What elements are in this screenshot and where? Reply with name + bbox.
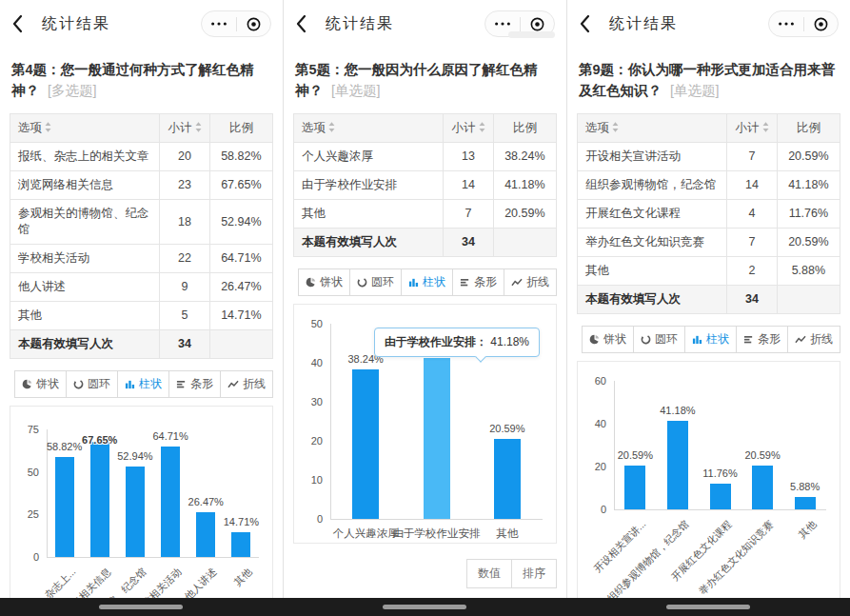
- count-cell: 9: [160, 272, 209, 301]
- bar-value-label: 14.71%: [201, 516, 273, 527]
- y-axis-tick: 0: [12, 551, 39, 563]
- pie-chart-icon: [306, 277, 316, 288]
- chart-tab-bar[interactable]: 条形: [736, 326, 788, 353]
- bar[interactable]: [55, 457, 74, 557]
- pie-chart-icon: [589, 334, 600, 345]
- bar-chart: 由于学校作业安排： 41.18% 0102030405038.24%个人兴趣浓厚…: [293, 304, 557, 544]
- chart-tab-ring[interactable]: 圆环: [66, 370, 118, 398]
- bar[interactable]: [624, 466, 645, 509]
- line-chart-icon: [511, 277, 523, 288]
- chart-tab-pie[interactable]: 饼状: [582, 326, 634, 353]
- chart-tab-line[interactable]: 折线: [787, 326, 840, 353]
- bar[interactable]: [494, 439, 521, 519]
- chart-tab-line[interactable]: 折线: [504, 268, 557, 296]
- question-number: 第9题：: [579, 62, 628, 77]
- question-type-tag: [多选题]: [48, 83, 97, 98]
- more-menu-icon[interactable]: [202, 11, 236, 36]
- back-icon[interactable]: [579, 13, 600, 34]
- header-ratio: 比例: [209, 113, 272, 142]
- sort-button[interactable]: 排序: [511, 559, 557, 588]
- option-cell: 浏览网络相关信息: [10, 170, 160, 199]
- bar[interactable]: [710, 484, 731, 508]
- header-option[interactable]: 选项: [578, 113, 727, 142]
- column-chart-icon: [692, 334, 702, 345]
- back-icon[interactable]: [11, 13, 32, 34]
- bar-value-label: 41.18%: [638, 405, 718, 416]
- sort-icon: [612, 122, 619, 135]
- y-axis-tick: 0: [296, 513, 323, 525]
- header-option[interactable]: 选项: [294, 113, 444, 142]
- more-menu-icon[interactable]: [769, 11, 803, 36]
- bar[interactable]: [667, 421, 688, 509]
- close-target-icon[interactable]: [237, 11, 271, 36]
- tooltip-value: 41.18%: [487, 335, 529, 348]
- y-axis-tick: 60: [580, 375, 606, 387]
- total-row: 本题有效填写人次 34: [578, 285, 840, 313]
- sort-icon: [328, 122, 335, 135]
- chart-tab-ring[interactable]: 圆环: [633, 326, 685, 353]
- back-icon[interactable]: [295, 13, 316, 34]
- chart-tab-label: 圆环: [371, 274, 394, 290]
- chart-tab-bar[interactable]: 条形: [168, 370, 221, 398]
- screen-question-5: 统计结果 第5题：您一般因为什么原因了解红色精神？ [单选题] 选项 小计: [283, 0, 566, 598]
- system-navigation-bar: [0, 598, 850, 616]
- header-count[interactable]: 小计: [160, 113, 209, 142]
- sort-icon: [195, 122, 202, 135]
- y-axis-tick: 20: [296, 435, 323, 447]
- nav-bar: 统计结果: [284, 0, 566, 48]
- chart-tab-column[interactable]: 柱状: [117, 370, 169, 398]
- bar[interactable]: [424, 358, 450, 519]
- count-cell: 4: [727, 199, 777, 228]
- chart-footer-buttons: 数值 排序: [293, 559, 557, 588]
- close-target-icon[interactable]: [804, 11, 839, 36]
- bar-value-label: 20.59%: [467, 423, 547, 434]
- miniprogram-capsule: [768, 10, 839, 37]
- chart-tab-label: 饼状: [36, 376, 59, 392]
- chart-tab-line[interactable]: 折线: [220, 370, 273, 398]
- chart-tab-column[interactable]: 柱状: [401, 268, 453, 296]
- option-cell: 其他: [10, 301, 160, 329]
- chart-tab-pie[interactable]: 饼状: [298, 268, 350, 296]
- table-row: 举办红色文化知识竞赛720.59%: [578, 228, 840, 256]
- bar[interactable]: [795, 497, 816, 509]
- y-axis-tick: 0: [580, 504, 606, 515]
- value-button[interactable]: 数值: [466, 559, 512, 588]
- ratio-cell: 38.24%: [493, 142, 556, 170]
- bar-chart-icon: [743, 334, 754, 345]
- ratio-cell: 64.71%: [209, 244, 272, 272]
- table-row: 报纸、杂志上的相关文章2058.82%: [10, 142, 273, 170]
- header-count[interactable]: 小计: [727, 113, 777, 142]
- table-row: 由于学校作业安排1441.18%: [294, 170, 557, 199]
- ring-chart-icon: [357, 277, 367, 288]
- bar-chart-icon: [176, 379, 187, 389]
- home-indicator[interactable]: [666, 605, 750, 609]
- y-axis-tick: 40: [580, 418, 606, 429]
- screen-question-9: 统计结果 第9题：你认为哪一种形式更加适合用来普及红色知识？ [单选题] 选项 …: [566, 0, 850, 598]
- home-indicator[interactable]: [383, 605, 466, 609]
- chart-tab-label: 柱状: [139, 376, 162, 392]
- ratio-cell: 67.65%: [209, 170, 272, 199]
- ratio-cell: 11.76%: [777, 199, 840, 228]
- bar-value-label: 11.76%: [681, 467, 761, 479]
- ratio-cell: 58.82%: [209, 142, 272, 170]
- option-cell: 由于学校作业安排: [294, 170, 444, 199]
- header-option[interactable]: 选项: [10, 113, 160, 142]
- page-title: 统计结果: [42, 14, 110, 34]
- table-row: 开设相关宣讲活动720.59%: [578, 142, 840, 170]
- chart-tab-column[interactable]: 柱状: [684, 326, 737, 353]
- total-count: 34: [160, 329, 209, 358]
- chart-tab-label: 柱状: [423, 274, 445, 290]
- chart-tab-pie[interactable]: 饼状: [14, 370, 67, 398]
- bar[interactable]: [352, 369, 379, 519]
- home-indicator[interactable]: [99, 605, 183, 609]
- chart-tab-ring[interactable]: 圆环: [349, 268, 402, 296]
- bar[interactable]: [126, 467, 145, 557]
- table-row: 其他514.71%: [10, 301, 273, 329]
- column-chart-icon: [408, 277, 419, 288]
- bar-value-label: 5.88%: [765, 481, 840, 492]
- header-count[interactable]: 小计: [444, 113, 493, 142]
- chart-tab-bar[interactable]: 条形: [452, 268, 504, 296]
- option-cell: 他人讲述: [10, 272, 160, 301]
- bar[interactable]: [231, 532, 250, 557]
- table-row: 其他720.59%: [294, 199, 557, 228]
